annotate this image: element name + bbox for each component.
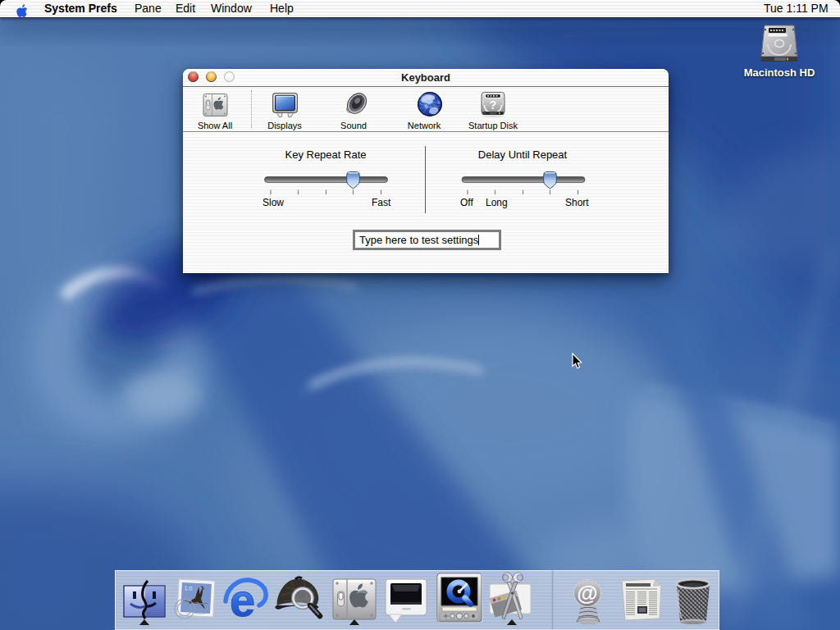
svg-text:@: @	[577, 581, 597, 605]
svg-text:?: ?	[490, 98, 497, 112]
svg-text:1.0: 1.0	[184, 585, 192, 591]
